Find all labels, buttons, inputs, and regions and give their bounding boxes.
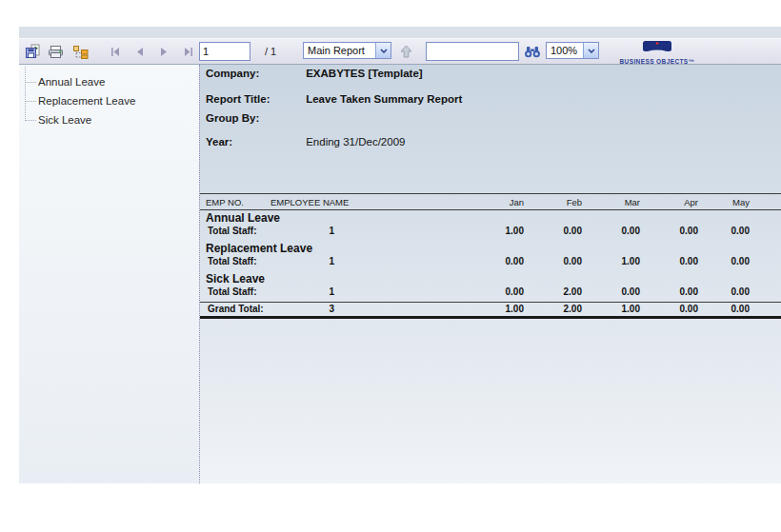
sidebar-item-replacement-leave[interactable]: Replacement Leave xyxy=(19,91,199,110)
grand-total-staff: 3 xyxy=(270,303,334,316)
report-page: Company: EXABYTES [Template] Report Titl… xyxy=(199,65,781,483)
group-name: Annual Leave xyxy=(200,210,781,225)
last-page-icon xyxy=(184,48,193,56)
business-objects-logo-text: BUSINESS OBJECTS™ xyxy=(610,58,705,65)
col-apr: Apr xyxy=(640,197,698,207)
business-objects-logo: BUSINESS OBJECTS™ xyxy=(610,40,705,65)
report-view-selected: Main Report xyxy=(304,45,375,56)
total-staff-label: Total Staff: xyxy=(208,256,256,266)
viewer-content: Annual Leave Replacement Leave Sick Leav… xyxy=(19,65,781,483)
grand-total-row: Grand Total: 3 1.00 2.00 1.00 0.00 0.00 xyxy=(200,302,781,319)
year-row: Year: Ending 31/Dec/2009 xyxy=(206,136,781,148)
previous-page-button[interactable] xyxy=(135,39,144,64)
cell-may: 0.00 xyxy=(698,255,750,267)
group-by-row: Group By: xyxy=(206,112,781,124)
cell-apr: 0.00 xyxy=(640,286,698,298)
next-page-button[interactable] xyxy=(160,39,169,64)
group-name: Sick Leave xyxy=(200,271,781,286)
cell-mar: 0.00 xyxy=(582,286,640,298)
tree-connector-stub xyxy=(26,82,36,83)
printer-icon xyxy=(48,45,64,59)
sidebar-item-annual-leave[interactable]: Annual Leave xyxy=(19,72,199,91)
cell-jan: 0.00 xyxy=(466,255,524,267)
cell-feb: 2.00 xyxy=(524,286,582,298)
col-mar: Mar xyxy=(582,197,640,207)
group-tree-panel: Annual Leave Replacement Leave Sick Leav… xyxy=(19,65,199,483)
cell-feb: 0.00 xyxy=(524,255,582,267)
cell-jan: 1.00 xyxy=(466,303,524,316)
total-staff-label: Total Staff: xyxy=(208,226,256,236)
report-title-row: Report Title: Leave Taken Summary Report xyxy=(206,93,781,105)
first-page-icon xyxy=(110,48,120,56)
zoom-selected: 100% xyxy=(547,45,583,56)
cell-may: 0.00 xyxy=(698,225,750,237)
col-may: May xyxy=(698,197,750,207)
year-label: Year: xyxy=(206,136,303,148)
cell-may: 0.00 xyxy=(698,286,750,298)
tree-item-label: Sick Leave xyxy=(38,114,91,126)
search-button[interactable] xyxy=(524,39,541,64)
grand-total-label: Grand Total: xyxy=(208,304,264,314)
group-name: Replacement Leave xyxy=(200,241,781,255)
table-row: Total Staff: 1 1.00 0.00 0.00 0.00 0.00 xyxy=(200,225,781,237)
cell-jan: 0.00 xyxy=(466,286,524,298)
cell-apr: 0.00 xyxy=(640,303,698,316)
table-row: Total Staff: 1 0.00 0.00 1.00 0.00 0.00 xyxy=(200,255,781,267)
chevron-down-icon[interactable] xyxy=(583,43,598,58)
cell-apr: 0.00 xyxy=(640,255,698,267)
total-staff-value: 1 xyxy=(270,286,334,298)
total-staff-value: 1 xyxy=(270,225,334,237)
report-view-select[interactable]: Main Report xyxy=(303,42,391,59)
tree-connector-stub xyxy=(26,101,36,102)
cell-feb: 2.00 xyxy=(524,303,582,316)
cell-feb: 0.00 xyxy=(524,225,582,237)
first-page-button[interactable] xyxy=(110,39,120,64)
year-value: Ending 31/Dec/2009 xyxy=(306,136,405,148)
cell-mar: 1.00 xyxy=(582,255,640,267)
tree-item-label: Annual Leave xyxy=(38,76,105,88)
col-employee-name: EMPLOYEE NAME xyxy=(270,197,349,207)
leave-summary-table: EMP NO. EMPLOYEE NAME Jan Feb Mar Apr Ma… xyxy=(200,193,781,319)
total-staff-value: 1 xyxy=(270,255,334,267)
export-icon xyxy=(24,44,40,59)
previous-page-icon xyxy=(135,48,144,56)
last-page-button[interactable] xyxy=(184,39,193,64)
tree-item-label: Replacement Leave xyxy=(38,95,135,107)
report-title-value: Leave Taken Summary Report xyxy=(306,93,462,105)
search-text-input[interactable] xyxy=(426,42,519,61)
cell-mar: 1.00 xyxy=(582,303,640,316)
col-jan: Jan xyxy=(466,197,524,207)
col-feb: Feb xyxy=(524,197,582,207)
next-page-icon xyxy=(160,48,169,56)
group-tree-toggle-button[interactable] xyxy=(72,39,89,64)
cell-mar: 0.00 xyxy=(582,225,640,237)
chevron-down-icon[interactable] xyxy=(375,43,390,58)
table-row: Total Staff: 1 0.00 2.00 0.00 0.00 0.00 xyxy=(200,286,781,298)
drill-up-icon xyxy=(400,45,412,58)
search-binoculars-icon xyxy=(524,46,541,58)
company-label: Company: xyxy=(206,68,303,79)
cell-may: 0.00 xyxy=(698,303,750,316)
sidebar-item-sick-leave[interactable]: Sick Leave xyxy=(19,110,199,129)
col-emp-no: EMP NO. xyxy=(200,197,244,207)
page-number-input[interactable] xyxy=(199,42,250,61)
tree-connector-stub xyxy=(26,120,36,121)
drill-up-button[interactable] xyxy=(400,39,412,64)
company-row: Company: EXABYTES [Template] xyxy=(206,68,781,79)
cell-jan: 1.00 xyxy=(466,225,524,237)
cell-apr: 0.00 xyxy=(640,225,698,237)
report-title-label: Report Title: xyxy=(206,93,303,105)
export-button[interactable] xyxy=(24,39,40,64)
crystal-report-viewer: / 1 Main Report 100% xyxy=(19,27,781,483)
group-annual-leave: Annual Leave Total Staff: 1 1.00 0.00 0.… xyxy=(200,210,781,237)
viewer-toolbar: / 1 Main Report 100% xyxy=(19,38,781,65)
group-replacement-leave: Replacement Leave Total Staff: 1 0.00 0.… xyxy=(200,241,781,267)
company-value: EXABYTES [Template] xyxy=(306,68,422,79)
group-sick-leave: Sick Leave Total Staff: 1 0.00 2.00 0.00… xyxy=(200,271,781,298)
group-by-label: Group By: xyxy=(206,112,303,124)
table-header-row: EMP NO. EMPLOYEE NAME Jan Feb Mar Apr Ma… xyxy=(200,193,781,210)
total-staff-label: Total Staff: xyxy=(208,286,256,297)
business-objects-logo-icon xyxy=(638,40,676,54)
zoom-select[interactable]: 100% xyxy=(546,42,599,59)
print-button[interactable] xyxy=(48,39,64,64)
